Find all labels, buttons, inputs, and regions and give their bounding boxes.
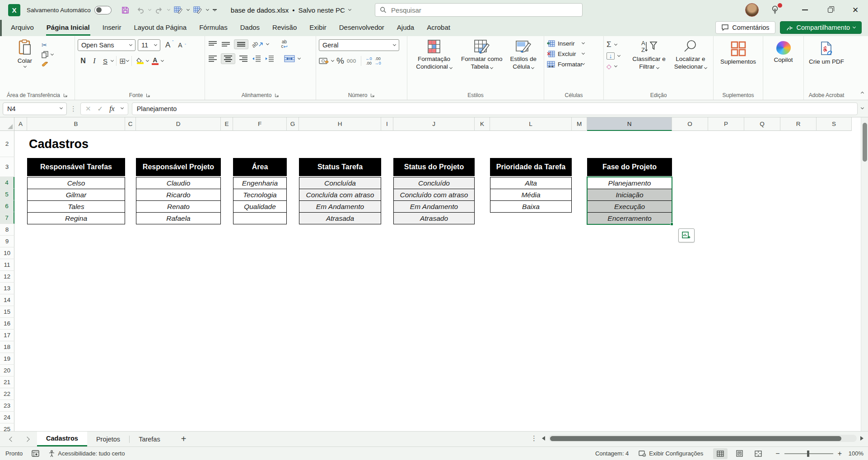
sheet-canvas[interactable]: CadastrosResponsável TarefasCelsoGilmarT…	[0, 131, 861, 431]
whats-new-button[interactable]	[770, 5, 779, 15]
cell-J6[interactable]: Em Andamento	[393, 200, 475, 213]
name-box-dropdown-icon[interactable]	[60, 106, 63, 109]
insert-dropdown-icon[interactable]	[582, 41, 585, 44]
table-tool-icon[interactable]	[172, 4, 185, 16]
format-painter-icon[interactable]	[42, 61, 49, 68]
cell-L4[interactable]: Alta	[490, 177, 572, 189]
row-header-24[interactable]: 24	[0, 412, 14, 423]
cell-N4[interactable]: Planejamento	[587, 177, 672, 189]
decrease-decimal-button[interactable]: .00→0	[375, 56, 381, 66]
orientation-button[interactable]: ab	[252, 41, 263, 48]
align-bottom-icon[interactable]	[236, 41, 246, 47]
cell-H7[interactable]: Atrasada	[299, 212, 381, 224]
row-header-17[interactable]: 17	[0, 330, 14, 341]
column-header-I[interactable]: I	[381, 117, 393, 131]
delete-dropdown-icon[interactable]	[582, 51, 585, 55]
title-dropdown-icon[interactable]	[348, 7, 351, 10]
cell-H5[interactable]: Concluída com atraso	[299, 189, 381, 201]
autosave-toggle[interactable]	[94, 6, 112, 14]
cell-F7[interactable]	[233, 212, 287, 224]
zoom-slider[interactable]	[784, 453, 833, 454]
table-header-H3[interactable]: Status Tarefa	[299, 158, 381, 176]
table-tool2-icon[interactable]	[191, 4, 205, 16]
underline-dropdown-icon[interactable]	[111, 58, 114, 61]
tab-página-inicial[interactable]: Página Inicial	[40, 20, 96, 36]
copy-dropdown-icon[interactable]	[51, 52, 54, 55]
row-header-12[interactable]: 12	[0, 271, 14, 283]
sheet-tab-cadastros[interactable]: Cadastros	[37, 432, 87, 446]
excel-logo-icon[interactable]: X	[8, 4, 20, 16]
table-header-F3[interactable]: Área	[233, 158, 287, 176]
accounting-format-icon[interactable]	[319, 57, 329, 65]
copy-icon[interactable]	[42, 51, 48, 58]
borders-dropdown-icon[interactable]	[126, 58, 129, 61]
cell-F4[interactable]: Engenharia	[233, 177, 287, 189]
row-header-6[interactable]: 6	[0, 200, 14, 212]
insert-cells-button[interactable]: Inserir	[547, 40, 601, 47]
vertical-scrollbar-thumb[interactable]	[863, 123, 867, 162]
paste-button[interactable]: Colar	[13, 39, 37, 68]
borders-button[interactable]: ⊞	[119, 56, 126, 66]
table-header-J3[interactable]: Status do Projeto	[393, 158, 475, 176]
vertical-scrollbar[interactable]	[861, 117, 868, 431]
column-header-L[interactable]: L	[490, 117, 572, 131]
cell-D6[interactable]: Renato	[136, 200, 221, 213]
column-header-O[interactable]: O	[672, 117, 708, 131]
tab-layout-da-página[interactable]: Layout da Página	[127, 20, 193, 36]
font-name-select[interactable]: Open Sans	[78, 39, 135, 51]
align-right-icon[interactable]	[238, 55, 248, 62]
expand-formula-bar-icon[interactable]	[861, 106, 864, 109]
clear-button[interactable]: ◇	[607, 63, 627, 70]
column-header-K[interactable]: K	[475, 117, 490, 131]
align-top-icon[interactable]	[208, 40, 218, 48]
table-tool2-dropdown-icon[interactable]	[206, 7, 209, 10]
fx-dropdown-icon[interactable]	[121, 106, 124, 109]
cell-L5[interactable]: Média	[490, 189, 572, 201]
column-header-H[interactable]: H	[299, 117, 381, 131]
macro-record-icon[interactable]	[32, 450, 39, 457]
row-header-2[interactable]: 2	[0, 131, 14, 157]
number-format-select[interactable]: Geral	[319, 39, 399, 51]
format-as-table-button[interactable]: Formatar como Tabela	[458, 39, 506, 71]
format-cells-button[interactable]: Formatar	[547, 61, 601, 68]
zoom-slider-thumb[interactable]	[807, 451, 809, 457]
table-header-N3[interactable]: Fase do Projeto	[587, 158, 672, 176]
clipboard-dialog-launcher-icon[interactable]	[63, 93, 68, 98]
column-header-B[interactable]: B	[27, 117, 125, 131]
cell-B6[interactable]: Tales	[27, 200, 125, 213]
confirm-entry-icon[interactable]: ✓	[98, 105, 103, 113]
scroll-right-icon[interactable]	[860, 436, 863, 441]
comma-style-button[interactable]: 000	[347, 58, 356, 64]
cell-F5[interactable]: Tecnologia	[233, 189, 287, 201]
row-header-13[interactable]: 13	[0, 283, 14, 294]
restore-button[interactable]	[817, 0, 843, 20]
normal-view-button[interactable]	[713, 448, 728, 459]
prev-sheet-icon[interactable]	[9, 437, 14, 441]
column-header-J[interactable]: J	[393, 117, 475, 131]
row-header-22[interactable]: 22	[0, 388, 14, 400]
formula-input[interactable]: Planejamento	[132, 102, 858, 115]
page-break-view-button[interactable]	[751, 448, 765, 459]
row-header-21[interactable]: 21	[0, 376, 14, 388]
tab-dados[interactable]: Dados	[234, 20, 266, 36]
align-left-icon[interactable]	[208, 55, 218, 62]
accessibility-status[interactable]: Acessibilidade: tudo certo	[48, 450, 125, 457]
table-tool-dropdown-icon[interactable]	[187, 7, 190, 10]
merge-center-button[interactable]	[284, 55, 295, 62]
grow-font-button[interactable]: Aˆ	[163, 41, 173, 50]
search-input[interactable]	[391, 6, 578, 14]
cell-H6[interactable]: Em Andamento	[299, 200, 381, 213]
avatar[interactable]	[745, 3, 759, 17]
row-header-8[interactable]: 8	[0, 224, 14, 236]
row-header-9[interactable]: 9	[0, 236, 14, 247]
name-box[interactable]: N4	[3, 102, 67, 115]
column-header-G[interactable]: G	[287, 117, 299, 131]
row-header-7[interactable]: 7	[0, 212, 14, 224]
quick-analysis-button[interactable]	[678, 228, 695, 242]
column-header-M[interactable]: M	[572, 117, 587, 131]
cell-J7[interactable]: Atrasado	[393, 212, 475, 224]
align-center-icon[interactable]	[223, 55, 233, 62]
italic-button[interactable]: I	[89, 57, 99, 65]
tab-exibir[interactable]: Exibir	[303, 20, 333, 36]
row-header-5[interactable]: 5	[0, 189, 14, 200]
